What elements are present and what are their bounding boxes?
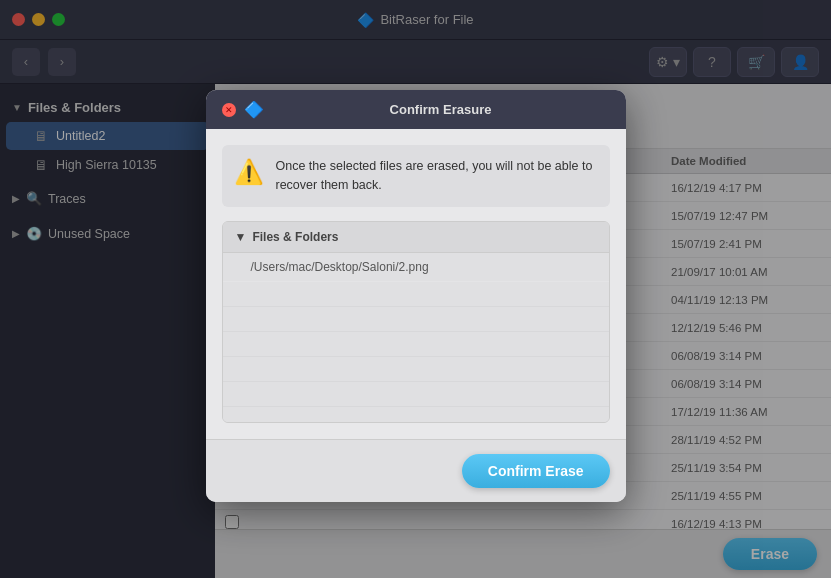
modal-titlebar: ✕ 🔷 Confirm Erasure [206, 90, 626, 129]
tree-header-label: Files & Folders [252, 230, 338, 244]
modal-body: ⚠️ Once the selected files are erased, y… [206, 129, 626, 439]
modal-warning: ⚠️ Once the selected files are erased, y… [222, 145, 610, 207]
modal-tree: ▼ Files & Folders /Users/mac/Desktop/Sal… [222, 221, 610, 423]
confirm-erase-button[interactable]: Confirm Erase [462, 454, 610, 488]
modal-overlay: ✕ 🔷 Confirm Erasure ⚠️ Once the selected… [0, 0, 831, 578]
warning-icon: ⚠️ [234, 158, 264, 186]
modal-tree-header: ▼ Files & Folders [223, 222, 609, 253]
modal-title: Confirm Erasure [272, 102, 610, 117]
modal-empty-rows [223, 282, 609, 422]
modal-title-icon: 🔷 [244, 100, 264, 119]
modal-close-button[interactable]: ✕ [222, 103, 236, 117]
warning-text: Once the selected files are erased, you … [276, 157, 598, 195]
modal-footer: Confirm Erase [206, 439, 626, 502]
modal-tree-item: /Users/mac/Desktop/Saloni/2.png [223, 253, 609, 282]
tree-chevron-icon: ▼ [235, 230, 247, 244]
confirm-erasure-modal: ✕ 🔷 Confirm Erasure ⚠️ Once the selected… [206, 90, 626, 502]
